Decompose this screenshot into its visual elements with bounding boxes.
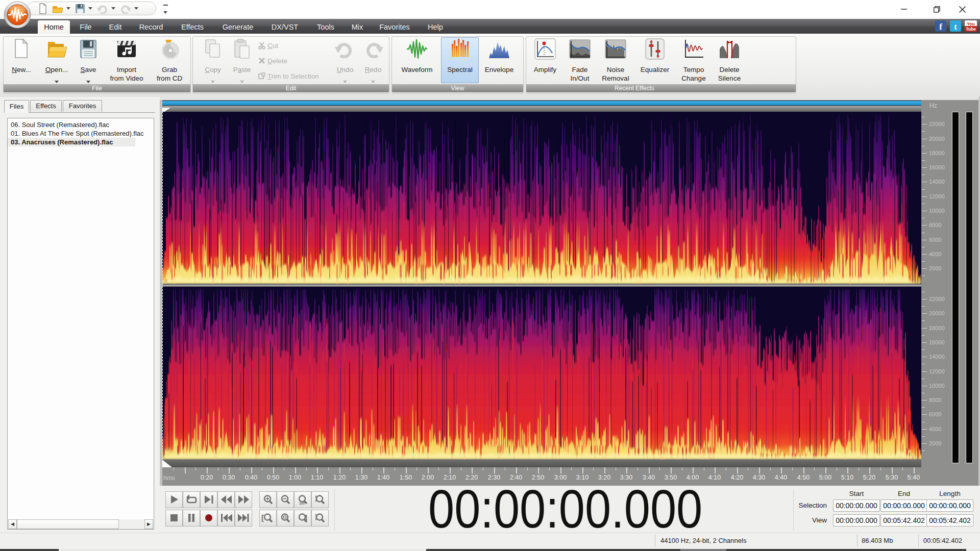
svg-text:You: You	[967, 21, 974, 27]
svg-text:t: t	[954, 22, 957, 32]
svg-text:f: f	[939, 22, 942, 32]
svg-text:100: 100	[299, 502, 305, 505]
svg-text:[: [	[261, 513, 264, 522]
svg-text:Tube: Tube	[966, 27, 976, 32]
svg-text:]: ]	[305, 513, 307, 522]
